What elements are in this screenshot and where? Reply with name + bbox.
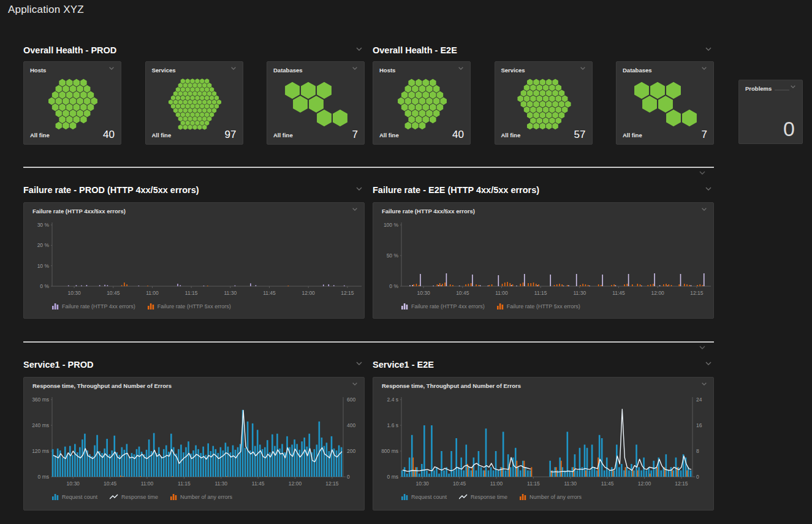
hexagon[interactable]	[59, 116, 66, 123]
hexagon[interactable]	[195, 121, 199, 126]
hexagon[interactable]	[197, 124, 202, 129]
hexagon[interactable]	[185, 112, 189, 117]
health-tile-databases-e2e[interactable]: DatabasesAll fine7	[616, 61, 714, 145]
hexagon[interactable]	[530, 85, 536, 91]
hexagon[interactable]	[73, 116, 80, 123]
hexagon[interactable]	[546, 112, 552, 118]
hexagon[interactable]	[52, 104, 59, 111]
chevron-down-icon[interactable]	[230, 66, 238, 71]
hexagon[interactable]	[526, 79, 533, 86]
hexagon[interactable]	[56, 122, 63, 129]
chevron-down-icon[interactable]	[355, 361, 363, 366]
hexagon[interactable]	[200, 87, 204, 92]
chevron-down-icon[interactable]	[355, 47, 363, 51]
hexagon[interactable]	[408, 104, 415, 111]
hexagon[interactable]	[190, 112, 194, 117]
hexagon[interactable]	[555, 96, 561, 102]
hexagon[interactable]	[52, 91, 59, 99]
hexagon[interactable]	[558, 112, 564, 118]
hexagon[interactable]	[77, 110, 83, 117]
hexagon[interactable]	[415, 91, 422, 99]
hexagon[interactable]	[211, 91, 216, 96]
health-tile-databases-prod[interactable]: DatabasesAll fine7	[267, 61, 365, 145]
hexagon[interactable]	[405, 110, 412, 117]
chevron-down-icon[interactable]	[705, 186, 712, 191]
hexagon[interactable]	[546, 101, 552, 108]
hexagon[interactable]	[70, 122, 77, 129]
hexagon[interactable]	[209, 104, 213, 108]
hexagon[interactable]	[546, 79, 552, 86]
hexagon[interactable]	[195, 96, 199, 101]
hexagon[interactable]	[197, 116, 202, 121]
chevron-down-icon[interactable]	[701, 382, 708, 387]
hexagon[interactable]	[426, 97, 433, 105]
hexagon[interactable]	[526, 123, 533, 129]
hexagon[interactable]	[433, 85, 440, 93]
hexagon[interactable]	[200, 78, 204, 83]
hexagon[interactable]	[195, 78, 199, 83]
hexagon[interactable]	[526, 101, 533, 108]
failure-rate-prod-chart[interactable]: 0 %10 %20 %30 %10:3010:4511:0011:1511:30…	[24, 219, 365, 300]
hexagon[interactable]	[523, 96, 529, 102]
hexagon[interactable]	[558, 101, 564, 108]
hexagon[interactable]	[565, 101, 571, 108]
hexagon[interactable]	[202, 83, 207, 88]
hexagon[interactable]	[317, 82, 332, 99]
hexagon[interactable]	[70, 85, 77, 93]
hexagon[interactable]	[80, 91, 87, 99]
hexagon[interactable]	[56, 110, 63, 117]
hexagon[interactable]	[59, 91, 66, 99]
hexagon[interactable]	[309, 96, 324, 113]
hexagon[interactable]	[523, 85, 529, 91]
hexagon[interactable]	[197, 108, 202, 113]
hexagon[interactable]	[422, 79, 429, 86]
hexagon[interactable]	[183, 116, 187, 121]
hexagon[interactable]	[200, 104, 204, 108]
hexagon[interactable]	[192, 116, 197, 121]
hexagon[interactable]	[183, 124, 187, 129]
hexagon[interactable]	[197, 83, 202, 88]
hexagon[interactable]	[408, 79, 415, 86]
hexagon[interactable]	[422, 104, 429, 111]
hexagon[interactable]	[517, 96, 523, 102]
hexagon[interactable]	[63, 97, 69, 105]
hexagon[interactable]	[526, 90, 533, 97]
hexagon[interactable]	[190, 78, 194, 83]
hexagon[interactable]	[202, 116, 207, 121]
hexagon[interactable]	[419, 110, 426, 117]
hexagon[interactable]	[73, 79, 80, 86]
hexagon[interactable]	[542, 106, 548, 113]
hexagon[interactable]	[214, 104, 218, 108]
hexagon[interactable]	[533, 79, 539, 86]
hexagon[interactable]	[398, 97, 404, 105]
health-tile-services-e2e[interactable]: ServicesAll fine57	[495, 61, 593, 145]
hexagon[interactable]	[63, 110, 69, 117]
legend-item[interactable]: Failure rate (HTTP 5xx errors)	[148, 303, 231, 309]
hexagon[interactable]	[183, 91, 187, 96]
hexagon[interactable]	[195, 112, 199, 117]
hexagon[interactable]	[430, 104, 436, 111]
legend-item[interactable]: Failure rate (HTTP 4xx errors)	[401, 303, 485, 309]
hexagon[interactable]	[63, 85, 69, 93]
hexagon[interactable]	[642, 96, 657, 113]
hexagon[interactable]	[408, 116, 415, 123]
hexagon[interactable]	[192, 91, 197, 96]
hexagon[interactable]	[77, 85, 83, 93]
service-e2e-chart[interactable]: 0 ms800 ms1.6 s2.4 s08162410:3010:4511:0…	[373, 393, 715, 490]
hexagon[interactable]	[555, 106, 561, 113]
chevron-down-icon[interactable]	[701, 66, 708, 71]
hexagon[interactable]	[422, 91, 429, 99]
hexagon[interactable]	[209, 87, 213, 92]
hexagon[interactable]	[66, 116, 73, 123]
hexagon[interactable]	[408, 91, 415, 99]
hexagon[interactable]	[412, 122, 419, 129]
hexagon[interactable]	[91, 97, 97, 105]
hexagon[interactable]	[195, 104, 199, 108]
health-tile-hosts-prod[interactable]: HostsAll fine40	[23, 61, 121, 145]
hexagon[interactable]	[415, 79, 422, 86]
hexagon[interactable]	[192, 108, 197, 113]
hexagon[interactable]	[333, 110, 347, 127]
hexagon[interactable]	[80, 116, 87, 123]
hexagon[interactable]	[211, 108, 216, 113]
hexagon[interactable]	[549, 96, 555, 102]
